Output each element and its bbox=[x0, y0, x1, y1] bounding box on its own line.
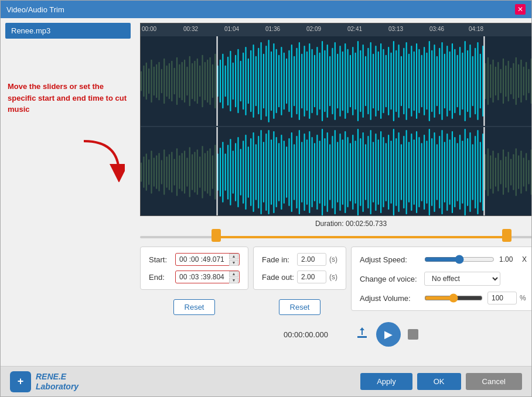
apply-button[interactable]: Apply bbox=[360, 373, 412, 390]
svg-rect-249 bbox=[345, 131, 346, 213]
stop-button[interactable] bbox=[408, 329, 418, 340]
start-spin-up[interactable]: ▲ bbox=[229, 254, 238, 259]
svg-rect-85 bbox=[355, 53, 356, 109]
svg-rect-135 bbox=[482, 46, 483, 117]
svg-rect-79 bbox=[339, 46, 340, 117]
svg-rect-71 bbox=[319, 53, 320, 109]
export-button[interactable] bbox=[355, 326, 369, 343]
time-reset-button[interactable]: Reset bbox=[173, 299, 216, 315]
svg-rect-265 bbox=[386, 143, 387, 201]
fade-out-input[interactable] bbox=[297, 271, 326, 283]
svg-rect-33 bbox=[222, 54, 223, 108]
svg-rect-90 bbox=[367, 48, 369, 114]
svg-rect-287 bbox=[441, 130, 442, 214]
end-spin-down[interactable]: ▼ bbox=[229, 278, 238, 283]
right-panel: 00:00 00:32 01:04 01:36 02:09 02:41 03:1… bbox=[135, 18, 531, 366]
svg-rect-321 bbox=[528, 160, 529, 184]
svg-rect-146 bbox=[510, 68, 511, 95]
volume-unit: % bbox=[520, 294, 526, 302]
svg-rect-100 bbox=[393, 41, 394, 121]
svg-rect-239 bbox=[319, 141, 320, 204]
svg-rect-63 bbox=[299, 42, 300, 120]
svg-rect-237 bbox=[314, 143, 315, 201]
fade-in-input[interactable] bbox=[297, 253, 326, 266]
svg-rect-70 bbox=[316, 47, 318, 115]
svg-rect-285 bbox=[436, 144, 438, 200]
svg-rect-44 bbox=[250, 50, 251, 112]
end-slider-handle[interactable] bbox=[502, 229, 511, 242]
svg-rect-212 bbox=[250, 138, 251, 206]
svg-rect-281 bbox=[426, 141, 427, 204]
svg-rect-167 bbox=[483, 36, 485, 126]
end-spin-up[interactable]: ▲ bbox=[229, 271, 238, 277]
svg-rect-60 bbox=[291, 45, 292, 118]
logo-text: RENE.E Laboratory bbox=[36, 372, 79, 392]
ok-button[interactable]: OK bbox=[417, 373, 461, 390]
svg-rect-286 bbox=[439, 136, 440, 208]
svg-rect-133 bbox=[477, 42, 478, 120]
svg-rect-67 bbox=[309, 43, 310, 119]
fade-reset-button[interactable]: Reset bbox=[279, 299, 321, 315]
svg-rect-119 bbox=[441, 42, 442, 120]
svg-rect-207 bbox=[237, 137, 238, 207]
svg-rect-109 bbox=[416, 43, 417, 119]
voice-select[interactable]: No effect Male Female Child bbox=[424, 272, 500, 286]
svg-rect-26 bbox=[204, 62, 206, 101]
svg-rect-103 bbox=[401, 56, 402, 106]
svg-rect-34 bbox=[225, 66, 226, 97]
play-button[interactable]: ▶ bbox=[376, 322, 401, 347]
volume-input[interactable] bbox=[487, 292, 517, 304]
svg-rect-288 bbox=[444, 142, 445, 203]
svg-rect-153 bbox=[528, 69, 529, 94]
svg-rect-276 bbox=[414, 139, 415, 205]
waveform-track-top: // draw small bars for grey area bbox=[141, 36, 531, 126]
svg-rect-48 bbox=[261, 42, 262, 120]
svg-rect-92 bbox=[373, 54, 374, 108]
svg-rect-152 bbox=[526, 62, 527, 101]
start-slider-handle[interactable] bbox=[212, 229, 221, 242]
svg-rect-105 bbox=[406, 42, 407, 120]
svg-rect-289 bbox=[446, 134, 448, 211]
svg-rect-137 bbox=[487, 57, 489, 105]
svg-rect-75 bbox=[329, 56, 330, 106]
svg-rect-201 bbox=[222, 142, 223, 203]
start-spin-buttons: ▲ ▼ bbox=[229, 254, 238, 266]
file-item[interactable]: Renee.mp3 bbox=[5, 23, 131, 39]
svg-rect-141 bbox=[497, 62, 499, 101]
svg-rect-208 bbox=[240, 149, 241, 196]
svg-rect-69 bbox=[314, 55, 315, 107]
svg-rect-18 bbox=[184, 60, 185, 103]
svg-rect-185 bbox=[182, 153, 183, 191]
svg-rect-101 bbox=[395, 50, 397, 112]
svg-rect-81 bbox=[345, 43, 346, 119]
svg-rect-16 bbox=[179, 64, 180, 98]
svg-rect-118 bbox=[439, 48, 440, 114]
svg-rect-20 bbox=[189, 56, 190, 106]
svg-rect-178 bbox=[163, 149, 165, 195]
svg-rect-274 bbox=[408, 142, 410, 203]
cancel-button[interactable]: Cancel bbox=[466, 373, 522, 390]
slider-filled bbox=[216, 236, 507, 238]
svg-rect-5 bbox=[151, 60, 152, 103]
close-button[interactable]: ✕ bbox=[515, 4, 526, 15]
speed-label: Adjust Speed: bbox=[360, 255, 424, 264]
svg-rect-227 bbox=[288, 138, 289, 206]
svg-rect-335 bbox=[483, 127, 485, 216]
start-label: Start: bbox=[149, 255, 175, 264]
svg-rect-259 bbox=[370, 130, 371, 214]
timeline-marker-8: 04:18 bbox=[469, 26, 483, 32]
svg-rect-261 bbox=[375, 134, 376, 211]
svg-rect-205 bbox=[233, 150, 234, 193]
svg-rect-322 bbox=[531, 149, 531, 195]
volume-slider[interactable] bbox=[424, 293, 483, 303]
svg-rect-15 bbox=[176, 57, 178, 105]
svg-rect-252 bbox=[352, 135, 353, 210]
svg-rect-318 bbox=[520, 150, 521, 193]
svg-rect-28 bbox=[209, 57, 210, 105]
svg-rect-127 bbox=[462, 53, 463, 109]
svg-rect-241 bbox=[324, 138, 325, 206]
svg-rect-56 bbox=[281, 47, 282, 115]
speed-slider[interactable] bbox=[424, 255, 495, 264]
svg-rect-284 bbox=[434, 132, 435, 212]
start-spin-down[interactable]: ▼ bbox=[229, 260, 238, 266]
